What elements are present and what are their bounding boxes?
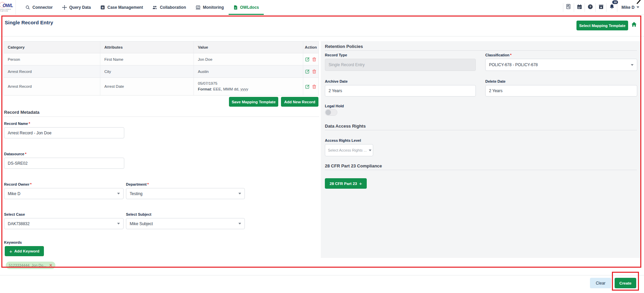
cfr-heading: 28 CFR Part 23 Compliance: [325, 163, 382, 168]
cell-category: Arrest Record: [4, 65, 100, 77]
record-owner-select[interactable]: Mike D: [4, 188, 124, 199]
owl-logo-tagline: INTELLIGENCE PLATFORM: [0, 8, 16, 12]
document-icon: [233, 5, 238, 10]
required-mark: *: [30, 182, 31, 186]
add-keyword-button[interactable]: + Add Keyword: [5, 246, 44, 256]
date-value: 05/07/1975: [198, 81, 248, 86]
archive-button[interactable]: [595, 3, 606, 12]
header-divider: [0, 36, 644, 36]
tab-label: Monitoring: [203, 5, 224, 10]
edit-icon[interactable]: [305, 84, 310, 89]
calendar-icon: [577, 4, 582, 11]
calendar-button[interactable]: [574, 3, 585, 12]
page-title: Single Record Entry: [5, 20, 53, 25]
bell-icon: [609, 4, 615, 11]
datasource-input[interactable]: DS-SRE02: [4, 158, 124, 169]
col-attributes: Attributes: [100, 42, 194, 53]
tab-case-management[interactable]: B Case Management: [96, 0, 148, 15]
datasource-label: Datasource*: [4, 152, 26, 156]
table-row: Person First Name Jon Doe: [4, 53, 318, 65]
tab-owldocs[interactable]: OWLdocs: [229, 0, 264, 15]
delete-date-input[interactable]: 2 Years: [485, 85, 637, 97]
record-type-input: Single Record Entry: [325, 59, 476, 71]
required-mark: *: [25, 152, 26, 156]
add-new-record-button[interactable]: Add New Record: [281, 97, 318, 107]
required-mark: *: [147, 182, 149, 186]
cell-value: 05/07/1975 Format: EEE, MMM dd, yyyy: [198, 81, 248, 92]
tab-label: Connector: [32, 5, 53, 10]
plus-icon: +: [359, 181, 362, 186]
user-menu[interactable]: Mike D: [617, 3, 644, 12]
date-format: Format: EEE, MMM dd, yyyy: [198, 86, 248, 92]
table-header-row: Category Attributes Value Action: [4, 42, 318, 53]
record-type-label: Record Type: [325, 53, 347, 57]
record-name-label: Record Name*: [4, 122, 30, 126]
mapping-table: Category Attributes Value Action Person …: [3, 41, 319, 96]
help-icon: ?: [588, 4, 593, 11]
move-icon: [62, 5, 67, 10]
svg-text:B: B: [102, 6, 104, 9]
retention-divider: [325, 50, 637, 51]
delete-date-label: Delete Date: [485, 79, 506, 83]
tab-collaboration[interactable]: Collaboration: [148, 0, 190, 15]
table-row: Arrest Record Arrest Date 05/07/1975 For…: [4, 78, 318, 96]
home-icon[interactable]: [631, 22, 637, 28]
delete-icon[interactable]: [312, 57, 316, 61]
top-navbar: OWL INTELLIGENCE PLATFORM Connector Quer…: [0, 0, 644, 15]
retention-policies-heading: Retention Policies: [325, 44, 363, 49]
cfr-part23-button[interactable]: 28 CFR Part 23+: [325, 178, 367, 189]
owl-logo-text: OWL: [2, 3, 13, 8]
cell-attribute: City: [100, 65, 194, 77]
tab-monitoring[interactable]: Monitoring: [191, 0, 229, 15]
legal-hold-toggle[interactable]: [325, 109, 337, 116]
chevron-down-icon: [117, 223, 120, 224]
report-icon: [566, 4, 571, 11]
svg-text:?: ?: [589, 5, 591, 8]
notifications-button[interactable]: 10: [606, 3, 617, 12]
delete-icon[interactable]: [312, 84, 316, 89]
edit-icon[interactable]: [305, 57, 310, 61]
keyword-chip: 5123334444, Jon Do... ✕: [6, 262, 55, 269]
cell-attribute: First Name: [100, 53, 194, 65]
user-name: Mike D: [621, 5, 635, 10]
chevron-down-icon: [631, 64, 634, 66]
tab-label: Collaboration: [160, 5, 186, 10]
access-rights-level-label: Access Rights Level: [325, 138, 361, 142]
create-button[interactable]: Create: [615, 278, 636, 288]
search-icon: [25, 5, 30, 10]
delete-icon[interactable]: [312, 69, 316, 74]
record-name-input[interactable]: Arrest Record - Jon Doe: [4, 127, 124, 138]
edit-icon[interactable]: [305, 69, 310, 74]
clear-button[interactable]: Clear: [590, 278, 611, 288]
chevron-down-icon: [369, 150, 371, 151]
help-button[interactable]: ?: [585, 3, 595, 12]
chevron-down-icon: [238, 223, 241, 224]
owl-logo[interactable]: OWL INTELLIGENCE PLATFORM: [0, 0, 16, 15]
department-label: Department*: [126, 182, 149, 186]
record-metadata-divider: [3, 116, 319, 117]
report-button[interactable]: [563, 3, 574, 12]
select-subject-select[interactable]: Mike Subject: [126, 218, 245, 229]
classification-select[interactable]: POLICY-678 - POLICY-678: [485, 59, 637, 71]
remove-keyword-icon[interactable]: ✕: [49, 263, 52, 267]
required-mark: *: [510, 53, 512, 57]
cell-value: Jon Doe: [194, 53, 303, 65]
select-case-select[interactable]: DAK738832: [4, 218, 124, 229]
chevron-down-icon: [637, 6, 639, 8]
select-subject-label: Select Subject: [126, 212, 151, 216]
tab-connector[interactable]: Connector: [21, 0, 57, 15]
footer-divider: [0, 275, 644, 275]
main-nav: Connector Query Data B Case Management C…: [21, 0, 264, 15]
plus-icon: +: [9, 249, 12, 254]
classification-label: Classification*: [485, 53, 512, 57]
chevron-down-icon: [238, 193, 241, 194]
data-access-divider: [325, 130, 637, 130]
access-rights-select[interactable]: Select Access Rights ...: [325, 144, 373, 156]
tab-query-data[interactable]: Query Data: [57, 0, 96, 15]
save-mapping-template-button[interactable]: Save Mapping Template: [229, 97, 278, 107]
department-select[interactable]: Testing: [126, 188, 245, 199]
monitor-icon: [196, 5, 201, 10]
archive-date-input[interactable]: 2 Years: [325, 85, 476, 97]
col-action: Action: [303, 42, 318, 53]
select-mapping-template-button[interactable]: Select Mapping Template: [576, 21, 628, 30]
